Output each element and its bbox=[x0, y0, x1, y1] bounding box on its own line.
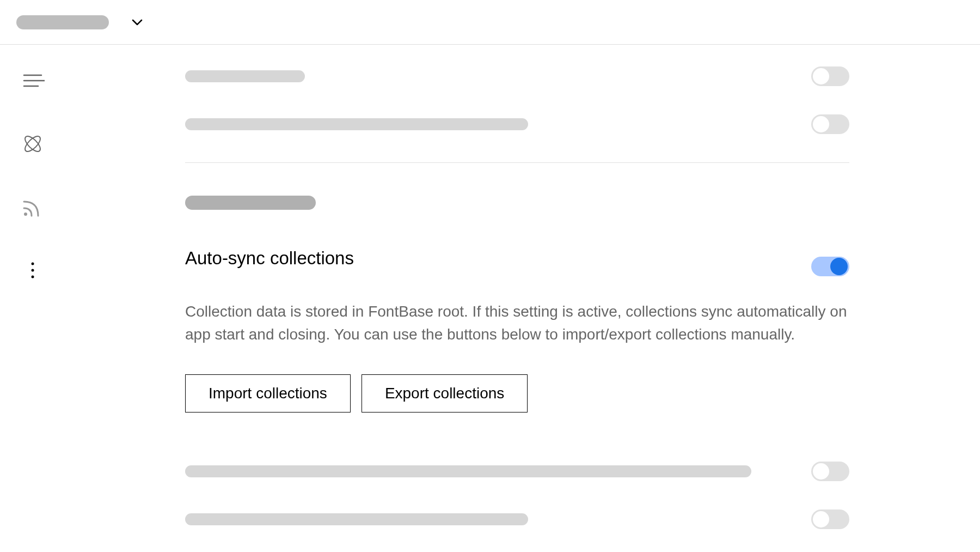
svg-point-5 bbox=[24, 213, 27, 216]
auto-sync-description: Collection data is stored in FontBase ro… bbox=[185, 300, 849, 346]
collection-buttons: Import collections Export collections bbox=[185, 374, 849, 413]
toggle-knob bbox=[813, 463, 829, 480]
auto-sync-title: Auto-sync collections bbox=[185, 248, 354, 269]
toggle-knob bbox=[813, 116, 829, 132]
dropdown-chevron[interactable] bbox=[131, 16, 144, 29]
setting-row-placeholder-1 bbox=[185, 66, 849, 86]
setting-label-placeholder bbox=[185, 70, 305, 82]
setting-row-placeholder-3 bbox=[185, 462, 849, 481]
chevron-down-icon bbox=[131, 16, 144, 29]
import-collections-button[interactable]: Import collections bbox=[185, 374, 351, 413]
toggle-placeholder-4[interactable] bbox=[811, 509, 849, 529]
svg-point-8 bbox=[32, 276, 34, 278]
sidebar-rss[interactable] bbox=[21, 195, 45, 219]
app-header bbox=[0, 0, 980, 45]
sidebar-atom[interactable] bbox=[21, 132, 45, 156]
toggle-knob bbox=[813, 511, 829, 527]
export-collections-button[interactable]: Export collections bbox=[362, 374, 528, 413]
atom-icon bbox=[21, 132, 45, 156]
sidebar-more[interactable] bbox=[21, 258, 45, 282]
setting-row-placeholder-2 bbox=[185, 114, 849, 134]
toggle-knob bbox=[813, 68, 829, 84]
setting-label-placeholder bbox=[185, 465, 751, 477]
toggle-placeholder-1[interactable] bbox=[811, 66, 849, 86]
rss-icon bbox=[21, 195, 45, 219]
main-content: Auto-sync collections Collection data is… bbox=[65, 45, 980, 552]
section-header-placeholder bbox=[185, 196, 316, 210]
setting-row-placeholder-4 bbox=[185, 509, 849, 529]
section-divider bbox=[185, 162, 849, 163]
menu-icon bbox=[21, 69, 45, 93]
header-title-placeholder bbox=[16, 15, 109, 29]
toggle-placeholder-2[interactable] bbox=[811, 114, 849, 134]
auto-sync-toggle[interactable] bbox=[811, 257, 849, 276]
sidebar bbox=[0, 45, 65, 552]
toggle-knob bbox=[830, 258, 848, 275]
setting-label-placeholder bbox=[185, 513, 528, 525]
more-vertical-icon bbox=[21, 258, 45, 282]
toggle-placeholder-3[interactable] bbox=[811, 462, 849, 481]
auto-sync-setting-header: Auto-sync collections bbox=[185, 248, 849, 285]
svg-point-6 bbox=[32, 263, 34, 265]
sidebar-menu[interactable] bbox=[21, 69, 45, 93]
svg-point-7 bbox=[32, 269, 34, 272]
setting-label-placeholder bbox=[185, 118, 528, 130]
